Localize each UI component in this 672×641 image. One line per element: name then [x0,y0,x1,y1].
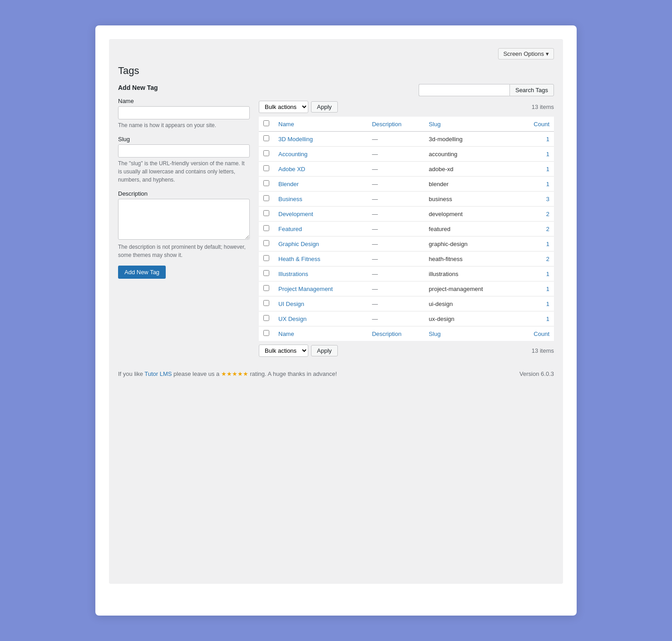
bottom-bulk-actions-select[interactable]: Bulk actions [259,345,308,357]
row-select-8[interactable] [263,255,269,261]
row-description-6: — [367,222,424,237]
row-select-7[interactable] [263,240,269,246]
col-description-header[interactable]: Description [367,117,424,132]
search-tags-button[interactable]: Search Tags [509,84,554,96]
row-dash-1: — [372,151,378,158]
row-select-9[interactable] [263,270,269,276]
row-name-link-5[interactable]: Development [278,211,313,217]
select-all-checkbox[interactable] [263,120,269,126]
row-description-12: — [367,311,424,326]
footer-col-description[interactable]: Description [367,326,424,341]
col-name-header[interactable]: Name [274,117,367,132]
row-select-10[interactable] [263,285,269,291]
footer-col-checkbox [259,326,274,341]
row-count-link-6[interactable]: 2 [546,226,549,232]
row-select-5[interactable] [263,210,269,216]
col-count-header[interactable]: Count [517,117,554,132]
row-select-11[interactable] [263,300,269,306]
add-new-tag-button[interactable]: Add New Tag [118,266,166,279]
row-count-link-7[interactable]: 1 [546,241,549,247]
row-name-link-7[interactable]: Graphic Design [278,241,319,247]
top-bulk-actions-select[interactable]: Bulk actions [259,101,308,113]
row-name-link-2[interactable]: Adobe XD [278,166,305,173]
description-hint: The description is not prominent by defa… [118,243,250,259]
row-select-12[interactable] [263,315,269,321]
row-name-11: UI Design [274,296,367,311]
name-input[interactable] [118,106,250,119]
footer-count-col-link[interactable]: Count [534,330,549,337]
description-textarea[interactable] [118,199,250,240]
table-row: Blender — blender 1 [259,177,554,192]
row-select-4[interactable] [263,195,269,201]
row-name-link-10[interactable]: Project Management [278,286,333,292]
row-count-link-11[interactable]: 1 [546,301,549,307]
row-checkbox-0 [259,132,274,147]
row-name-link-11[interactable]: UI Design [278,301,304,307]
top-items-count: 13 items [532,104,554,110]
row-count-link-5[interactable]: 2 [546,211,549,217]
row-count-link-12[interactable]: 1 [546,316,549,322]
name-col-link[interactable]: Name [278,121,294,128]
footer-slug-col-link[interactable]: Slug [429,330,440,337]
row-count-link-10[interactable]: 1 [546,286,549,292]
row-count-link-9[interactable]: 1 [546,271,549,277]
table-row: Business — business 3 [259,192,554,207]
row-count-link-1[interactable]: 1 [546,151,549,158]
row-select-2[interactable] [263,165,269,171]
top-bulk-actions-wrap: Bulk actions Apply [259,101,338,113]
select-all-footer-checkbox[interactable] [263,330,269,336]
row-slug-12: ux-design [424,311,517,326]
row-count-12: 1 [517,311,554,326]
footer-post-link: please leave us a [172,370,221,377]
row-count-link-4[interactable]: 3 [546,196,549,202]
row-slug-3: blender [424,177,517,192]
row-name-link-1[interactable]: Accounting [278,151,307,158]
footer-col-name[interactable]: Name [274,326,367,341]
row-name-link-0[interactable]: 3D Modelling [278,136,313,143]
row-dash-2: — [372,166,378,173]
row-checkbox-12 [259,311,274,326]
row-description-7: — [367,237,424,251]
row-name-link-3[interactable]: Blender [278,181,299,187]
bottom-items-count: 13 items [532,347,554,354]
top-apply-button[interactable]: Apply [311,101,338,113]
row-count-5: 2 [517,207,554,222]
footer-col-count[interactable]: Count [517,326,554,341]
screen-options-button[interactable]: Screen Options ▾ [498,48,554,59]
outer-card: Screen Options ▾ Tags Add New Tag Name T… [95,25,577,616]
slug-col-link[interactable]: Slug [429,121,440,128]
row-checkbox-3 [259,177,274,192]
row-name-link-8[interactable]: Heath & Fitness [278,256,321,262]
row-select-0[interactable] [263,135,269,141]
row-slug-4: business [424,192,517,207]
footer-description-col-link[interactable]: Description [372,330,401,337]
row-description-11: — [367,296,424,311]
footer-name-col-link[interactable]: Name [278,330,294,337]
footer-col-slug[interactable]: Slug [424,326,517,341]
row-count-link-0[interactable]: 1 [546,136,549,143]
count-col-link[interactable]: Count [534,121,549,128]
tags-table: Name Description Slug Count [259,117,554,341]
row-count-link-3[interactable]: 1 [546,181,549,187]
row-name-link-12[interactable]: UX Design [278,316,306,322]
row-select-1[interactable] [263,150,269,156]
name-hint: The name is how it appears on your site. [118,121,250,129]
row-name-link-6[interactable]: Featured [278,226,302,232]
search-input[interactable] [419,84,509,96]
bottom-apply-button[interactable]: Apply [311,345,338,356]
row-name-1: Accounting [274,147,367,162]
name-field: Name The name is how it appears on your … [118,98,250,129]
row-name-link-4[interactable]: Business [278,196,302,202]
description-col-link[interactable]: Description [372,121,401,128]
footer-tutor-link[interactable]: Tutor LMS [144,370,172,377]
top-table-actions: Bulk actions Apply 13 items [259,101,554,113]
row-slug-11: ui-design [424,296,517,311]
row-count-link-2[interactable]: 1 [546,166,549,173]
row-select-3[interactable] [263,180,269,186]
col-slug-header[interactable]: Slug [424,117,517,132]
footer-version: Version 6.0.3 [519,370,554,377]
row-select-6[interactable] [263,225,269,231]
slug-input[interactable] [118,144,250,158]
row-name-link-9[interactable]: Illustrations [278,271,308,277]
row-count-link-8[interactable]: 2 [546,256,549,262]
